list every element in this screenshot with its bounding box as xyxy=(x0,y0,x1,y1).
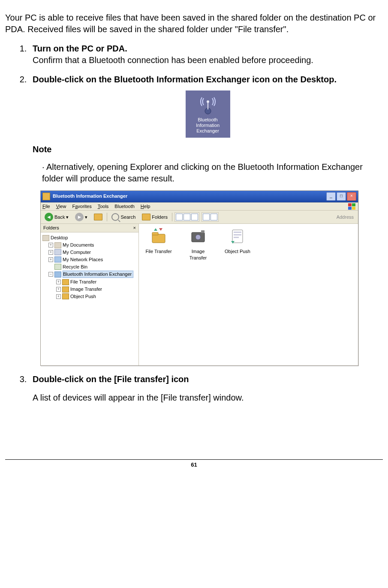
expand-icon[interactable]: + xyxy=(48,243,53,247)
note-heading: Note xyxy=(33,144,383,155)
antenna-icon xyxy=(197,93,219,115)
desktop-icon-label-2: Information xyxy=(187,123,229,128)
minimize-button[interactable]: _ xyxy=(326,192,336,201)
folder-tree: Desktop +My Documents +My Computer +My N… xyxy=(41,232,138,365)
step-1-text: Confirm that a Bluetooth connection has … xyxy=(33,55,313,65)
tree-item-file-transfer[interactable]: +File Transfer xyxy=(56,278,137,286)
network-icon xyxy=(54,256,61,262)
tree-item-documents[interactable]: +My Documents xyxy=(48,241,137,249)
forward-arrow-icon: ► xyxy=(75,213,84,221)
folders-icon xyxy=(142,214,150,220)
content-item-file-transfer[interactable]: File Transfer xyxy=(144,227,173,255)
folder-icon xyxy=(62,293,69,299)
view-mode-icon xyxy=(203,214,210,220)
collapse-icon[interactable]: − xyxy=(48,272,53,277)
expand-icon[interactable]: + xyxy=(56,287,61,292)
content-pane: File Transfer Image Transfer xyxy=(139,224,358,365)
tree-item-object-push[interactable]: +Object Push xyxy=(56,293,137,300)
view-mode-buttons-2[interactable] xyxy=(202,212,219,222)
content-item-image-transfer[interactable]: Image Transfer xyxy=(183,227,213,261)
close-button[interactable]: × xyxy=(347,192,356,201)
view-mode-icon xyxy=(191,214,198,220)
svg-rect-11 xyxy=(201,230,205,233)
back-button[interactable]: ◄ Back ▾ xyxy=(42,212,71,222)
expand-icon[interactable]: + xyxy=(56,280,61,284)
step-2: Double-click on the Bluetooth Informatio… xyxy=(29,74,383,366)
desktop-icon xyxy=(42,235,49,241)
tree-item-recycle[interactable]: Recycle Bin xyxy=(48,263,137,271)
menu-tools[interactable]: Tools xyxy=(98,203,109,210)
folder-icon xyxy=(54,242,61,248)
expand-icon[interactable]: + xyxy=(56,294,61,299)
image-transfer-icon xyxy=(189,227,207,245)
svg-rect-3 xyxy=(348,203,352,206)
step-list: Turn on the PC or PDA. Confirm that a Bl… xyxy=(5,43,383,404)
tree-item-image-transfer[interactable]: +Image Transfer xyxy=(56,286,137,293)
step-1-title: Turn on the PC or PDA. xyxy=(33,44,127,53)
titlebar: Bluetooth Information Exchanger _ □ × xyxy=(41,191,358,202)
content-item-object-push[interactable]: Object Push xyxy=(223,227,252,255)
note-body: · Alternatively, opening Explorer and cl… xyxy=(33,161,383,184)
intro-paragraph: Your PC is able to receive files that ha… xyxy=(5,12,383,35)
svg-rect-5 xyxy=(348,207,352,210)
tree-item-desktop[interactable]: Desktop xyxy=(42,234,137,241)
svg-rect-14 xyxy=(234,234,241,235)
tree-item-bluetooth-exchanger[interactable]: −Bluetooth Information Exchanger xyxy=(48,270,137,278)
explorer-window: Bluetooth Information Exchanger _ □ × Fi… xyxy=(40,190,358,366)
menu-bluetooth[interactable]: Bluetooth xyxy=(114,203,134,210)
bluetooth-info-exchanger-desktop-icon[interactable]: Bluetooth Information Exchanger xyxy=(186,90,230,138)
computer-icon xyxy=(54,249,61,255)
folder-up-icon xyxy=(94,214,102,220)
svg-rect-15 xyxy=(234,237,239,238)
step-3-title: Double-click on the [File transfer] icon xyxy=(33,374,189,384)
titlebar-folder-icon xyxy=(42,193,50,200)
svg-rect-7 xyxy=(152,234,165,243)
folders-button[interactable]: Folders xyxy=(140,213,170,221)
menu-view[interactable]: View xyxy=(56,203,66,210)
maximize-button[interactable]: □ xyxy=(337,192,346,201)
svg-rect-6 xyxy=(352,207,355,210)
view-mode-icon xyxy=(211,214,217,220)
expand-icon[interactable]: + xyxy=(48,257,53,262)
menu-help[interactable]: Help xyxy=(141,203,150,210)
search-button[interactable]: Search xyxy=(109,212,138,222)
desktop-icon-label-3: Exchanger xyxy=(187,128,229,134)
address-label: Address xyxy=(334,214,356,220)
object-push-icon xyxy=(229,227,247,245)
svg-point-2 xyxy=(207,100,209,103)
note-bullet: · xyxy=(42,162,46,172)
step-1: Turn on the PC or PDA. Confirm that a Bl… xyxy=(29,43,383,66)
folder-icon xyxy=(62,279,69,285)
separator xyxy=(172,213,172,221)
up-button[interactable] xyxy=(92,213,105,221)
tree-item-computer[interactable]: +My Computer xyxy=(48,249,137,256)
view-mode-buttons[interactable] xyxy=(174,212,199,222)
svg-rect-1 xyxy=(208,103,208,109)
view-mode-icon xyxy=(176,214,183,220)
svg-rect-4 xyxy=(352,203,355,206)
toolbar: ◄ Back ▾ ► ▾ Search Folders xyxy=(41,211,358,224)
menu-favorites[interactable]: Favorites xyxy=(72,203,91,210)
search-icon xyxy=(111,213,119,221)
folder-icon xyxy=(62,286,69,292)
file-transfer-icon xyxy=(150,227,168,245)
windows-flag-icon xyxy=(348,203,356,211)
step-2-title: Double-click on the Bluetooth Informatio… xyxy=(33,75,337,84)
sidebar-heading: Folders xyxy=(43,225,59,231)
bluetooth-icon xyxy=(54,271,61,277)
desktop-icon-label-1: Bluetooth xyxy=(187,117,229,123)
menubar: File View Favorites Tools Bluetooth Help xyxy=(41,202,358,211)
window-title: Bluetooth Information Exchanger xyxy=(53,193,326,199)
page-number: 61 xyxy=(5,459,383,469)
tree-item-network[interactable]: +My Network Places xyxy=(48,256,137,263)
menu-file[interactable]: File xyxy=(42,203,50,210)
folders-sidebar: Folders × Desktop +My Documents +My Comp… xyxy=(41,224,139,365)
separator xyxy=(107,213,107,221)
svg-rect-8 xyxy=(152,232,158,235)
expand-icon[interactable]: + xyxy=(48,250,53,255)
forward-button[interactable]: ► ▾ xyxy=(73,212,90,222)
svg-point-10 xyxy=(196,235,201,240)
svg-rect-13 xyxy=(234,232,241,233)
sidebar-close-button[interactable]: × xyxy=(133,225,136,231)
step-3-text: A list of devices will appear in the [Fi… xyxy=(33,392,383,404)
